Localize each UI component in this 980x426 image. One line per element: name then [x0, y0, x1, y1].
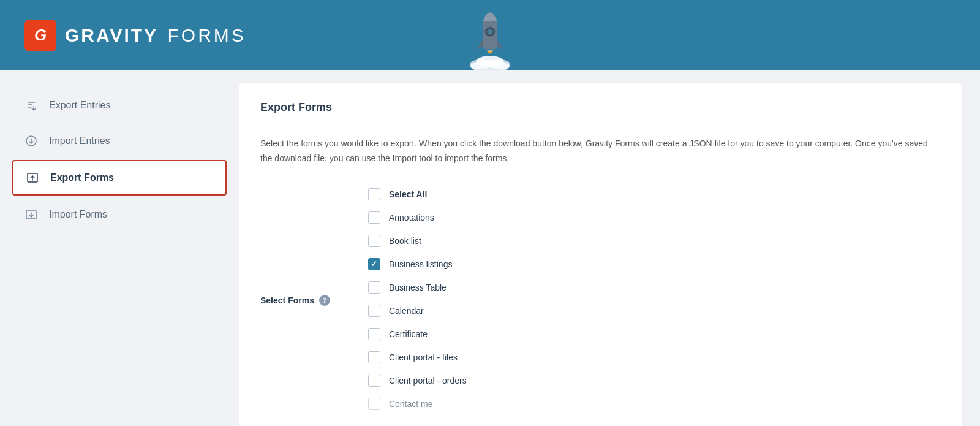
- form-item-client-portal-orders[interactable]: Client portal - orders: [367, 371, 468, 390]
- svg-point-3: [477, 56, 503, 67]
- sidebar: Export Entries Import Entries Export For…: [0, 70, 239, 426]
- checkbox-contact-me[interactable]: [368, 398, 380, 410]
- rocket-illustration: [441, 0, 539, 70]
- sidebar-item-export-forms[interactable]: Export Forms: [12, 160, 227, 196]
- svg-point-6: [487, 29, 493, 35]
- checkbox-business-table[interactable]: [368, 281, 380, 294]
- description-text: Select the forms you would like to expor…: [260, 137, 940, 166]
- form-item-certificate[interactable]: Certificate: [367, 324, 468, 344]
- form-label-business-table: Business Table: [389, 283, 447, 292]
- form-item-book-list[interactable]: Book list: [367, 231, 468, 251]
- sidebar-item-import-forms[interactable]: Import Forms: [12, 198, 227, 231]
- panel-title: Export Forms: [260, 101, 940, 124]
- logo-text: GRAVITY FORMS: [65, 25, 246, 46]
- rocket-svg: [459, 0, 521, 70]
- form-label-certificate: Certificate: [389, 329, 428, 339]
- content-area: Export Forms Select the forms you would …: [239, 70, 980, 426]
- export-forms-icon: [26, 171, 39, 184]
- form-item-annotations[interactable]: Annotations: [367, 208, 468, 227]
- sidebar-label-export-forms: Export Forms: [50, 172, 114, 183]
- form-label-calendar: Calendar: [389, 306, 424, 316]
- checkbox-calendar[interactable]: [368, 305, 380, 317]
- app-header: G GRAVITY FORMS: [0, 0, 980, 70]
- checkbox-client-portal-orders[interactable]: [368, 375, 380, 387]
- sidebar-item-export-entries[interactable]: Export Entries: [12, 89, 227, 122]
- checkbox-book-list[interactable]: [368, 235, 380, 247]
- import-forms-icon: [24, 208, 38, 221]
- logo-light: FORMS: [167, 25, 246, 45]
- form-item-contact-me[interactable]: Contact me: [367, 394, 468, 414]
- form-label-annotations: Annotations: [389, 213, 434, 223]
- select-forms-section: Select Forms ? Select All Annotations: [260, 184, 940, 414]
- export-entries-icon: [24, 99, 38, 112]
- checkbox-annotations[interactable]: [368, 211, 380, 224]
- sidebar-label-import-forms: Import Forms: [49, 209, 107, 220]
- help-icon[interactable]: ?: [319, 295, 330, 306]
- sidebar-label-import-entries: Import Entries: [49, 135, 110, 146]
- form-item-select-all[interactable]: Select All: [367, 184, 468, 204]
- logo-icon: G: [24, 20, 56, 51]
- form-label-book-list: Book list: [389, 236, 421, 246]
- checkbox-certificate[interactable]: [368, 328, 380, 340]
- form-item-calendar[interactable]: Calendar: [367, 301, 468, 321]
- checkbox-business-listings[interactable]: [368, 258, 380, 270]
- form-item-business-table[interactable]: Business Table: [367, 278, 468, 297]
- logo-area: G GRAVITY FORMS: [24, 20, 246, 51]
- form-item-client-portal-files[interactable]: Client portal - files: [367, 348, 468, 367]
- checkbox-select-all[interactable]: [368, 188, 380, 200]
- form-item-business-listings[interactable]: Business listings: [367, 254, 468, 274]
- form-label-contact-me: Contact me: [389, 399, 433, 409]
- sidebar-label-export-entries: Export Entries: [49, 100, 110, 111]
- select-forms-label: Select Forms ?: [260, 184, 330, 414]
- sidebar-item-import-entries[interactable]: Import Entries: [12, 124, 227, 158]
- form-label-select-all: Select All: [389, 189, 428, 199]
- import-entries-icon: [24, 134, 38, 148]
- form-label-client-portal-files: Client portal - files: [389, 352, 458, 362]
- logo-bold: GRAVITY: [65, 25, 158, 45]
- main-layout: Export Entries Import Entries Export For…: [0, 70, 980, 426]
- forms-list: Select All Annotations Book list: [367, 184, 468, 414]
- checkbox-client-portal-files[interactable]: [368, 351, 380, 363]
- content-panel: Export Forms Select the forms you would …: [239, 83, 962, 426]
- form-label-business-listings: Business listings: [389, 259, 453, 269]
- form-label-client-portal-orders: Client portal - orders: [389, 376, 467, 386]
